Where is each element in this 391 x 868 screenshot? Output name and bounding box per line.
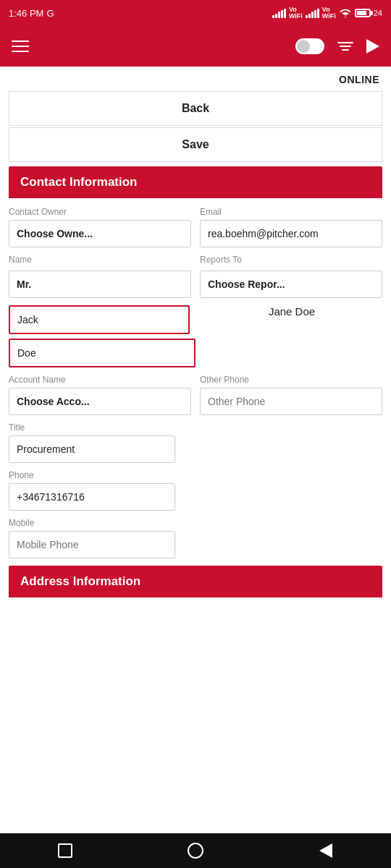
mobile-group: Mobile xyxy=(9,518,382,558)
phone-group: Phone xyxy=(9,470,382,511)
first-name-input[interactable] xyxy=(9,305,190,334)
title-row: Title xyxy=(9,422,382,463)
status-bar: 1:46 PM G VoWiFi VoWiFi 24 xyxy=(0,0,391,26)
phone-row: Phone xyxy=(9,470,382,511)
signal-icon-2 xyxy=(306,8,319,18)
account-name-input[interactable] xyxy=(9,388,191,415)
carrier-display: G xyxy=(46,8,54,19)
other-phone-group: Other Phone xyxy=(200,375,382,415)
account-name-label: Account Name xyxy=(9,375,191,385)
bottom-navigation xyxy=(0,833,391,868)
email-label: Email xyxy=(200,207,382,217)
title-dropdown-input[interactable] xyxy=(9,271,191,298)
contact-form: Contact Owner Email Name Reports To Jane xyxy=(0,198,391,558)
filter-icon[interactable] xyxy=(337,42,353,51)
title-dropdown-group xyxy=(9,271,191,298)
signal-icon xyxy=(272,8,286,18)
mobile-label: Mobile xyxy=(9,518,382,528)
contact-owner-label: Contact Owner xyxy=(9,207,191,217)
battery-level: 24 xyxy=(374,9,382,17)
contact-owner-group: Contact Owner xyxy=(9,207,191,247)
battery-icon xyxy=(355,9,371,17)
back-button[interactable]: Back xyxy=(9,91,382,126)
toggle-switch[interactable] xyxy=(295,38,324,54)
job-title-group: Title xyxy=(9,422,382,463)
circle-icon xyxy=(188,843,203,859)
online-bar: ONLINE xyxy=(0,67,391,91)
play-button[interactable] xyxy=(366,39,379,54)
status-icons: VoWiFi VoWiFi 24 xyxy=(272,7,382,20)
phone-label: Phone xyxy=(9,470,382,480)
other-phone-input[interactable] xyxy=(200,388,382,415)
address-section-header: Address Information xyxy=(9,566,382,597)
square-icon xyxy=(58,843,72,858)
status-time-carrier: 1:46 PM G xyxy=(9,8,54,19)
name-label: Name xyxy=(9,255,191,265)
title-reports-row xyxy=(9,271,382,298)
last-name-input[interactable] xyxy=(9,339,196,367)
vo-wifi-1: VoWiFi xyxy=(289,7,303,20)
account-otherphone-row: Account Name Other Phone xyxy=(9,375,382,415)
firstname-lastname-row: Jane Doe xyxy=(9,305,382,334)
first-name-group xyxy=(9,305,190,334)
nav-home-button[interactable] xyxy=(185,841,206,861)
contact-section-header: Contact Information xyxy=(9,166,382,198)
name-reports-label-row: Name Reports To xyxy=(9,255,382,268)
hamburger-menu[interactable] xyxy=(12,41,29,52)
last-name-group xyxy=(9,339,196,367)
vo-wifi-2: VoWiFi xyxy=(322,7,336,20)
owner-email-row: Contact Owner Email xyxy=(9,207,382,247)
reports-to-group xyxy=(200,271,382,298)
app-bar xyxy=(0,26,391,67)
email-input[interactable] xyxy=(200,220,382,247)
nav-back-button[interactable] xyxy=(316,841,336,861)
job-title-input[interactable] xyxy=(9,435,175,463)
mobile-input[interactable] xyxy=(9,531,175,558)
triangle-icon xyxy=(319,843,332,858)
mobile-row: Mobile xyxy=(9,518,382,558)
time-display: 1:46 PM xyxy=(9,8,43,19)
account-name-group: Account Name xyxy=(9,375,191,415)
phone-input[interactable] xyxy=(9,483,175,511)
reports-to-label: Reports To xyxy=(200,255,382,265)
reports-label-group: Reports To xyxy=(200,255,382,268)
other-phone-label: Other Phone xyxy=(200,375,382,385)
online-status: ONLINE xyxy=(339,74,379,85)
nav-square-button[interactable] xyxy=(55,841,75,861)
title-label: Title xyxy=(9,422,382,433)
wifi-icon xyxy=(339,8,352,18)
email-group: Email xyxy=(200,207,382,247)
app-bar-actions xyxy=(295,38,379,54)
jane-doe-text: Jane Doe xyxy=(269,305,315,318)
last-name-display-group: Jane Doe xyxy=(198,305,382,334)
lastname-row xyxy=(9,339,382,367)
reports-to-input[interactable] xyxy=(200,271,382,298)
save-button[interactable]: Save xyxy=(9,127,382,162)
name-label-group: Name xyxy=(9,255,191,268)
contact-owner-input[interactable] xyxy=(9,220,191,247)
